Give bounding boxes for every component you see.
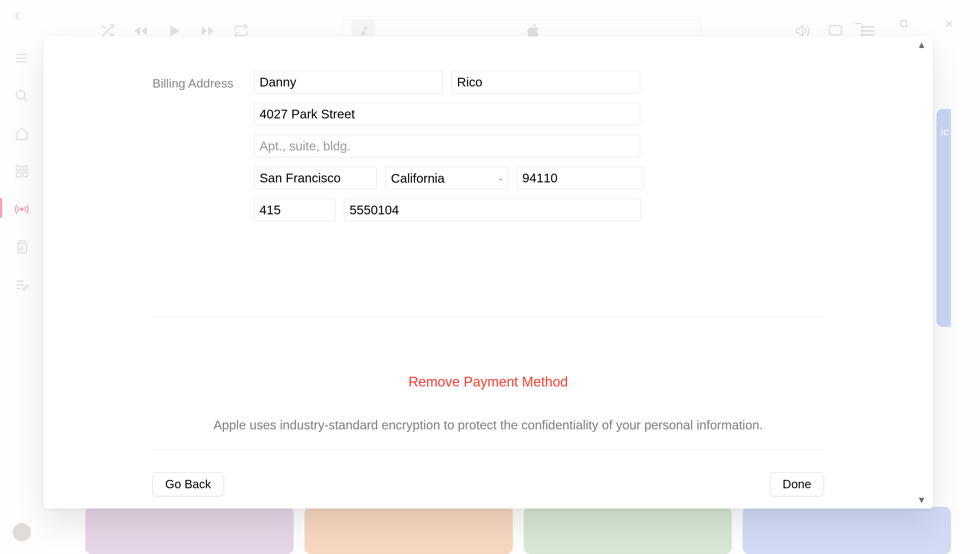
city-field[interactable] — [254, 167, 377, 189]
user-avatar[interactable] — [13, 523, 31, 541]
zip-field[interactable] — [517, 167, 644, 189]
svg-point-8 — [862, 26, 863, 28]
remove-payment-link[interactable]: Remove Payment Method — [43, 374, 933, 390]
tile[interactable] — [524, 507, 732, 554]
search-icon[interactable] — [14, 89, 29, 103]
tile[interactable] — [304, 507, 513, 554]
divider — [153, 450, 824, 450]
svg-rect-19 — [23, 172, 27, 177]
svg-rect-18 — [16, 172, 21, 177]
card-text: ic — [941, 467, 949, 479]
content-card-right — [937, 109, 951, 327]
window-close-icon[interactable] — [937, 11, 962, 36]
svg-point-10 — [862, 34, 863, 36]
svg-rect-17 — [23, 166, 27, 170]
svg-rect-4 — [830, 26, 842, 35]
browse-icon[interactable] — [14, 164, 29, 179]
window-maximize-icon[interactable] — [891, 11, 916, 36]
scroll-down-icon[interactable]: ▼ — [917, 495, 926, 506]
street-field[interactable] — [254, 103, 640, 125]
svg-point-20 — [21, 208, 23, 211]
svg-point-9 — [862, 30, 863, 32]
home-icon[interactable] — [14, 126, 29, 141]
sidebar — [0, 0, 43, 554]
svg-rect-16 — [16, 166, 21, 170]
state-select[interactable]: California — [385, 167, 508, 189]
last-name-field[interactable] — [452, 71, 640, 93]
playlist-icon[interactable] — [14, 278, 29, 292]
go-back-button[interactable]: Go Back — [153, 472, 224, 496]
tile[interactable] — [85, 507, 294, 554]
divider — [153, 317, 824, 317]
radio-icon[interactable] — [14, 202, 29, 217]
svg-rect-1 — [901, 21, 907, 27]
encryption-info-text: Apple uses industry-standard encryption … — [43, 418, 933, 432]
sidebar-active-indicator — [0, 198, 2, 218]
tile[interactable] — [743, 507, 951, 554]
payment-sheet: ▲ ▼ Billing Address California ⌄ — [43, 36, 933, 509]
library-icon[interactable] — [14, 240, 29, 254]
apt-field[interactable] — [254, 135, 640, 157]
first-name-field[interactable] — [254, 71, 443, 93]
svg-line-15 — [24, 98, 27, 101]
section-label: Billing Address — [153, 76, 233, 91]
content-tiles — [85, 507, 951, 554]
phone-number-field[interactable] — [344, 199, 641, 221]
scroll-up-icon[interactable]: ▲ — [917, 39, 926, 51]
card-text: ic — [941, 126, 949, 138]
phone-area-field[interactable] — [254, 199, 336, 221]
svg-point-14 — [16, 91, 25, 99]
done-button[interactable]: Done — [770, 472, 824, 496]
menu-icon[interactable] — [14, 51, 29, 65]
apple-logo-icon — [527, 24, 539, 38]
